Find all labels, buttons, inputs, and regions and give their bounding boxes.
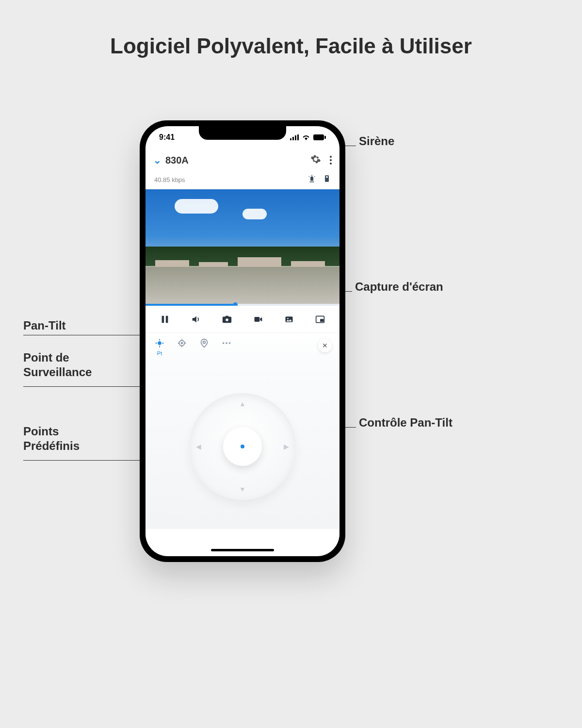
leader-line bbox=[23, 335, 155, 335]
ptz-tab-label: Pt bbox=[157, 350, 162, 356]
svg-rect-0 bbox=[290, 138, 291, 140]
svg-rect-8 bbox=[162, 315, 164, 323]
callout-preset-points: Points Prédéfinis bbox=[23, 424, 80, 453]
toolbar bbox=[146, 306, 340, 333]
close-panel-button[interactable]: ✕ bbox=[318, 339, 332, 352]
svg-point-21 bbox=[226, 342, 227, 344]
ptz-tabs: Pt ✕ bbox=[146, 333, 340, 364]
ptz-tab-preset-points[interactable] bbox=[199, 338, 210, 348]
ptz-control-area: ▲ ▼ ◀ ▶ bbox=[146, 364, 340, 529]
device-icon[interactable] bbox=[323, 174, 331, 185]
more-icon[interactable] bbox=[330, 156, 332, 165]
settings-icon[interactable] bbox=[310, 154, 321, 166]
video-progress[interactable] bbox=[146, 304, 340, 306]
camera-name[interactable]: 830A bbox=[165, 155, 189, 166]
ground bbox=[146, 267, 340, 306]
callout-siren: Sirène bbox=[359, 134, 394, 149]
cloud-shape bbox=[242, 209, 267, 219]
callout-pan-tilt: Pan-Tilt bbox=[23, 318, 66, 333]
cloud-shape bbox=[175, 199, 218, 214]
svg-rect-1 bbox=[292, 137, 294, 140]
svg-point-18 bbox=[181, 343, 183, 344]
svg-rect-5 bbox=[324, 136, 326, 139]
home-indicator bbox=[211, 549, 274, 551]
speaker-button[interactable] bbox=[186, 310, 206, 329]
chevron-down-icon[interactable]: ⌄ bbox=[153, 154, 162, 166]
app-bar: ⌄ 830A bbox=[146, 149, 340, 172]
phone-screen: 9:41 ⌄ 830A bbox=[146, 126, 340, 556]
siren-icon[interactable] bbox=[307, 174, 316, 185]
ptz-tab-monitor-point[interactable] bbox=[177, 338, 187, 348]
ptz-tab-more[interactable] bbox=[221, 338, 232, 348]
svg-point-10 bbox=[226, 318, 228, 321]
pip-button[interactable] bbox=[310, 310, 330, 329]
cellular-icon bbox=[290, 134, 299, 140]
arrow-right-icon: ▶ bbox=[284, 443, 289, 450]
callout-monitor-point: Point de Surveillance bbox=[23, 350, 92, 380]
arrow-left-icon: ◀ bbox=[196, 443, 201, 450]
svg-rect-7 bbox=[326, 176, 328, 178]
svg-rect-2 bbox=[295, 135, 296, 140]
record-button[interactable] bbox=[248, 310, 268, 329]
svg-point-16 bbox=[158, 342, 161, 345]
svg-point-22 bbox=[229, 342, 231, 344]
gallery-button[interactable] bbox=[279, 310, 299, 329]
ptz-joystick-knob[interactable] bbox=[223, 427, 262, 466]
svg-rect-15 bbox=[320, 319, 324, 322]
arrow-down-icon: ▼ bbox=[239, 485, 246, 493]
svg-point-13 bbox=[287, 318, 289, 319]
arrow-up-icon: ▲ bbox=[239, 400, 246, 408]
svg-rect-11 bbox=[255, 317, 260, 322]
phone-frame: 9:41 ⌄ 830A bbox=[140, 120, 345, 562]
callout-screenshot: Capture d'écran bbox=[355, 280, 443, 294]
wifi-icon bbox=[302, 134, 310, 140]
svg-point-19 bbox=[203, 341, 206, 344]
screenshot-button[interactable] bbox=[217, 310, 237, 329]
bitrate-label: 40.85 kbps bbox=[154, 176, 185, 183]
ptz-tab-pan-tilt[interactable]: Pt bbox=[154, 338, 165, 356]
svg-rect-3 bbox=[297, 134, 299, 140]
svg-point-20 bbox=[223, 342, 225, 344]
callout-ptz-control: Contrôle Pan-Tilt bbox=[359, 415, 453, 430]
battery-icon bbox=[313, 134, 326, 140]
svg-rect-4 bbox=[313, 134, 324, 140]
ptz-joystick-ring[interactable]: ▲ ▼ ◀ ▶ bbox=[189, 393, 296, 500]
pause-button[interactable] bbox=[155, 310, 175, 329]
video-preview[interactable] bbox=[146, 189, 340, 306]
svg-rect-9 bbox=[166, 315, 168, 323]
status-time: 9:41 bbox=[159, 133, 175, 142]
sub-bar: 40.85 kbps bbox=[146, 172, 340, 189]
phone-notch bbox=[199, 126, 286, 140]
